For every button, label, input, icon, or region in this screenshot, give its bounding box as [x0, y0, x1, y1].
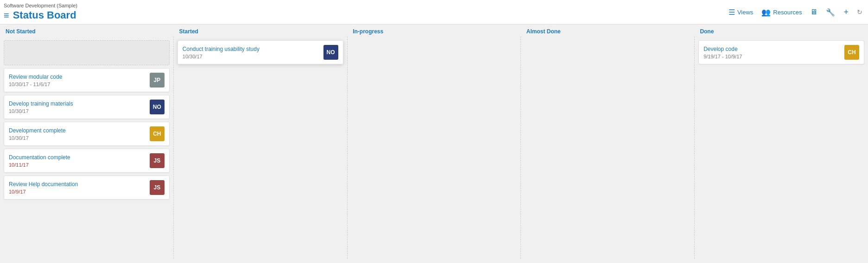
app-header-left: Software Development (Sample) ≡ Status B… [4, 3, 77, 21]
board-columns-header: Not Started Started In-progress Almost D… [0, 25, 868, 37]
avatar: CH [150, 126, 165, 141]
task-card[interactable]: Review Help documentation 10/9/17 JS [4, 175, 170, 200]
task-card-date: 10/30/17 [183, 54, 320, 59]
column-header-in-progress: In-progress [347, 28, 521, 35]
task-card-title: Develop code [703, 46, 841, 52]
task-card-date: 10/11/17 [9, 162, 146, 168]
views-icon: ☰ [729, 8, 735, 17]
plus-icon[interactable]: + [843, 7, 849, 17]
column-header-started: Started [174, 28, 348, 35]
views-button[interactable]: ☰ Views [729, 8, 753, 17]
drag-placeholder [4, 40, 170, 65]
avatar: JS [150, 180, 165, 195]
task-card-title: Documentation complete [9, 154, 146, 161]
column-header-done: Done [694, 28, 868, 35]
task-card-info: Review Help documentation 10/9/17 [9, 181, 146, 194]
board-container: Not Started Started In-progress Almost D… [0, 25, 868, 259]
resources-label: Resources [773, 9, 802, 16]
avatar: JS [150, 153, 165, 168]
task-card-title: Develop training materials [9, 100, 146, 107]
column-in-progress [348, 37, 521, 259]
monitor-icon[interactable]: 🖥 [810, 8, 817, 16]
task-card-title: Development complete [9, 127, 146, 134]
task-card[interactable]: Development complete 10/30/17 CH [4, 122, 170, 146]
refresh-icon[interactable]: ↻ [857, 8, 862, 16]
avatar: JP [150, 73, 165, 88]
task-card-title: Conduct training usability study [183, 46, 320, 52]
task-card[interactable]: Develop training materials 10/30/17 NO [4, 95, 170, 119]
task-card[interactable]: Documentation complete 10/11/17 JS [4, 149, 170, 173]
column-header-not-started: Not Started [0, 28, 174, 35]
column-not-started: Review modular code 10/30/17 - 11/6/17 J… [0, 37, 174, 259]
avatar: NO [323, 45, 338, 60]
app-header: Software Development (Sample) ≡ Status B… [0, 0, 868, 25]
task-card-date: 10/30/17 - 11/6/17 [9, 81, 146, 87]
column-started: Conduct training usability study 10/30/1… [174, 37, 348, 259]
task-card-info: Documentation complete 10/11/17 [9, 154, 146, 168]
task-card-date: 10/30/17 [9, 108, 146, 114]
task-card-info: Develop code 9/19/17 - 10/9/17 [703, 46, 841, 59]
column-almost-done [521, 37, 695, 259]
task-card-info: Develop training materials 10/30/17 [9, 100, 146, 114]
views-label: Views [737, 9, 753, 16]
task-card-title: Review Help documentation [9, 181, 146, 188]
avatar: NO [150, 100, 165, 114]
app-shell: Software Development (Sample) ≡ Status B… [0, 0, 868, 259]
task-card[interactable]: Review modular code 10/30/17 - 11/6/17 J… [4, 68, 170, 92]
page-title: Status Board [13, 9, 76, 21]
app-subtitle: Software Development (Sample) [4, 3, 77, 8]
app-title-row: ≡ Status Board [4, 9, 77, 21]
avatar: CH [844, 45, 859, 60]
task-card[interactable]: Develop code 9/19/17 - 10/9/17 CH [698, 40, 864, 64]
task-card-info: Conduct training usability study 10/30/1… [183, 46, 320, 59]
task-card-date: 10/9/17 [9, 189, 146, 194]
task-card-title: Review modular code [9, 74, 146, 80]
floating-task-card[interactable]: Conduct training usability study 10/30/1… [177, 40, 343, 64]
app-header-right: ☰ Views 👥 Resources 🖥 🔧 + ↻ [729, 7, 862, 17]
board-columns: Review modular code 10/30/17 - 11/6/17 J… [0, 37, 868, 259]
task-card-date: 10/30/17 [9, 135, 146, 141]
column-header-almost-done: Almost Done [521, 28, 695, 35]
status-board-icon: ≡ [4, 10, 9, 21]
task-card-date: 9/19/17 - 10/9/17 [703, 54, 841, 59]
wrench-icon[interactable]: 🔧 [826, 8, 835, 17]
resources-icon: 👥 [761, 8, 771, 17]
resources-button[interactable]: 👥 Resources [761, 8, 802, 17]
column-done: Develop code 9/19/17 - 10/9/17 CH [695, 37, 868, 259]
task-card-info: Development complete 10/30/17 [9, 127, 146, 141]
task-card-info: Review modular code 10/30/17 - 11/6/17 [9, 74, 146, 87]
